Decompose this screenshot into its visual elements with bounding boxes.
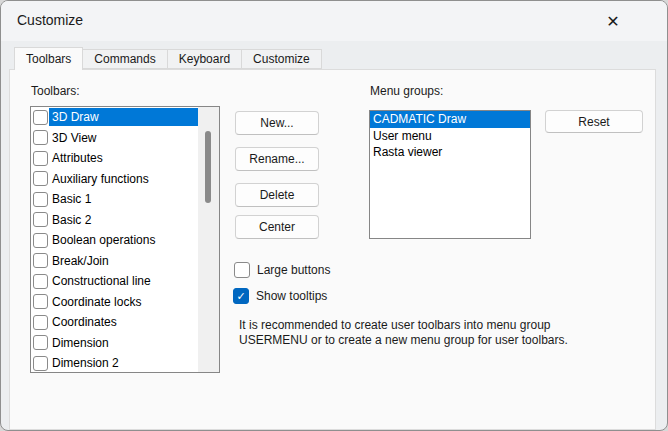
toolbar-list-item[interactable]: Coordinate locks — [31, 292, 198, 313]
item-checkbox[interactable] — [33, 151, 48, 166]
toolbars-list-content: 3D Draw 3D View Attributes Auxiliary fun… — [31, 107, 198, 372]
toolbar-list-item[interactable]: Boolean operations — [31, 230, 198, 251]
item-label[interactable]: Coordinates — [49, 313, 198, 331]
item-checkbox[interactable] — [33, 315, 48, 330]
item-checkbox[interactable] — [33, 110, 48, 125]
item-label[interactable]: Basic 2 — [49, 211, 198, 229]
show-tooltips-label[interactable]: Show tooltips — [256, 289, 327, 303]
toolbar-list-item[interactable]: 3D View — [31, 128, 198, 149]
item-checkbox[interactable] — [33, 212, 48, 227]
toolbars-label: Toolbars: — [31, 84, 80, 98]
item-checkbox[interactable] — [33, 233, 48, 248]
toolbar-list-item[interactable]: Attributes — [31, 148, 198, 169]
note-line-2: USERMENU or to create a new menu group f… — [239, 333, 651, 348]
item-label[interactable]: Break/Join — [49, 252, 198, 270]
toolbar-list-item[interactable]: Dimension — [31, 333, 198, 354]
item-label[interactable]: Constructional line — [49, 272, 198, 290]
menu-group-item[interactable]: Rasta viewer — [370, 144, 530, 161]
recommendation-note: It is recommended to create user toolbar… — [239, 318, 651, 347]
large-buttons-label[interactable]: Large buttons — [257, 263, 330, 277]
toolbar-list-item[interactable]: Constructional line — [31, 271, 198, 292]
show-tooltips-checkbox[interactable]: ✓ — [233, 288, 249, 304]
titlebar: Customize ✕ — [1, 1, 667, 41]
toolbars-scrollbar-thumb[interactable] — [205, 131, 211, 203]
menu-groups-label: Menu groups: — [370, 84, 443, 98]
item-label[interactable]: Basic 1 — [49, 190, 198, 208]
toolbar-list-item[interactable]: Coordinates — [31, 312, 198, 333]
toolbar-list-item[interactable]: 3D Draw — [31, 107, 198, 128]
tab-keyboard[interactable]: Keyboard — [168, 49, 242, 69]
item-checkbox[interactable] — [33, 294, 48, 309]
check-icon: ✓ — [236, 290, 245, 303]
item-checkbox[interactable] — [33, 335, 48, 350]
toolbar-list-item[interactable]: Basic 1 — [31, 189, 198, 210]
tab-toolbars[interactable]: Toolbars — [14, 47, 83, 70]
toolbars-listbox: 3D Draw 3D View Attributes Auxiliary fun… — [30, 106, 220, 373]
close-icon[interactable]: ✕ — [599, 7, 627, 35]
item-checkbox[interactable] — [33, 130, 48, 145]
toolbar-list-item[interactable]: Break/Join — [31, 251, 198, 272]
item-label[interactable]: Boolean operations — [49, 231, 198, 249]
menu-group-item[interactable]: User menu — [370, 128, 530, 145]
item-label[interactable]: 3D Draw — [49, 108, 198, 126]
item-label[interactable]: Auxiliary functions — [49, 170, 198, 188]
tab-customize[interactable]: Customize — [242, 49, 322, 69]
tab-page-toolbars: Toolbars: 3D Draw 3D View Attributes Aux — [9, 69, 656, 430]
tab-strip: Toolbars Commands Keyboard Customize — [14, 47, 322, 70]
item-checkbox[interactable] — [33, 274, 48, 289]
large-buttons-checkbox[interactable] — [234, 262, 250, 278]
new-button[interactable]: New... — [235, 111, 319, 135]
item-label[interactable]: Attributes — [49, 149, 198, 167]
menu-groups-listbox: CADMATIC Draw User menu Rasta viewer — [369, 110, 531, 239]
menu-group-item[interactable]: CADMATIC Draw — [370, 111, 530, 128]
center-button[interactable]: Center — [235, 215, 319, 239]
item-label[interactable]: 3D View — [49, 129, 198, 147]
large-buttons-option[interactable]: Large buttons — [234, 262, 330, 278]
item-checkbox[interactable] — [33, 356, 48, 371]
item-checkbox[interactable] — [33, 171, 48, 186]
item-label[interactable]: Dimension 2 — [49, 354, 198, 372]
toolbars-scrollbar-track[interactable] — [198, 107, 219, 372]
customize-dialog: Customize ✕ Toolbars Commands Keyboard C… — [0, 0, 668, 431]
rename-button[interactable]: Rename... — [235, 147, 319, 171]
note-line-1: It is recommended to create user toolbar… — [239, 318, 651, 333]
tab-commands[interactable]: Commands — [83, 49, 167, 69]
item-label[interactable]: Dimension — [49, 334, 198, 352]
item-checkbox[interactable] — [33, 192, 48, 207]
delete-button[interactable]: Delete — [235, 183, 319, 207]
item-label[interactable]: Coordinate locks — [49, 293, 198, 311]
reset-button[interactable]: Reset — [545, 110, 643, 133]
item-checkbox[interactable] — [33, 253, 48, 268]
toolbar-list-item[interactable]: Dimension 2 — [31, 353, 198, 372]
toolbar-list-item[interactable]: Auxiliary functions — [31, 169, 198, 190]
dialog-title: Customize — [17, 12, 83, 28]
show-tooltips-option[interactable]: ✓ Show tooltips — [233, 288, 327, 304]
toolbar-list-item[interactable]: Basic 2 — [31, 210, 198, 231]
